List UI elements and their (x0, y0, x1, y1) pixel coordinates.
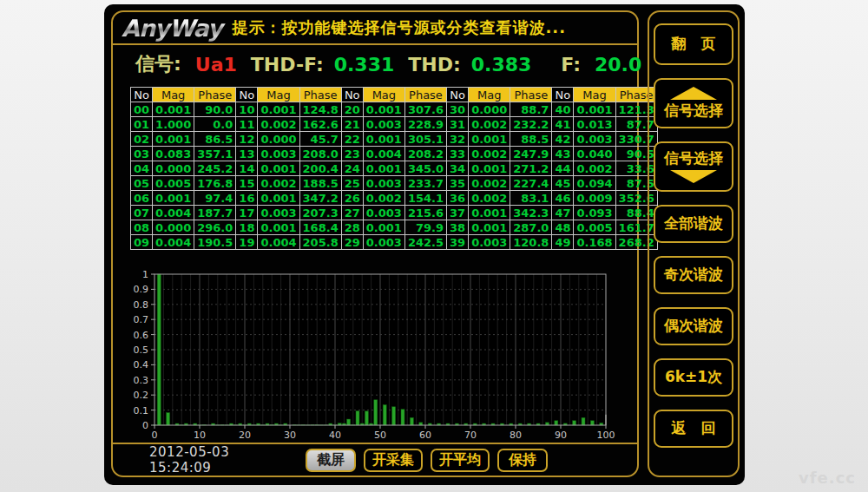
table-cell: 0.001 (258, 161, 299, 176)
freq-label: F: (561, 54, 581, 75)
table-cell: 00 (131, 102, 153, 117)
table-cell: 83.1 (510, 191, 552, 206)
table-cell: 307.6 (404, 102, 446, 117)
table-cell: 347.2 (299, 191, 341, 206)
table-row: 020.00186.5120.00045.7220.001305.1320.00… (131, 132, 658, 147)
odd-harmonics-button[interactable]: 奇次谐波 (654, 256, 733, 294)
side-button-label: 奇次谐波 (664, 266, 723, 284)
signal-select-down-button[interactable]: 信号选择 (654, 141, 733, 192)
table-cell: 19 (236, 235, 258, 250)
table-cell: 02 (131, 132, 153, 147)
table-cell: 0.004 (258, 235, 299, 250)
thdf-value: 0.331 (334, 54, 395, 75)
side-button-label: 信号选择 (664, 150, 723, 167)
table-cell: 0.001 (153, 132, 194, 147)
bottom-button-group: 截屏开采集开平均保持 (306, 449, 548, 472)
table-cell: 0.003 (363, 206, 404, 220)
table-cell: 0.094 (574, 176, 615, 191)
table-cell: 26 (341, 191, 363, 206)
table-cell: 188.5 (299, 176, 341, 191)
screenshot-button[interactable]: 截屏 (306, 449, 356, 472)
table-cell: 32 (447, 132, 469, 147)
table-cell: 342.3 (510, 206, 552, 220)
table-cell: 187.7 (194, 206, 236, 220)
6k-plus-minus-1-button[interactable]: 6k±1次 (654, 358, 733, 397)
hold-button[interactable]: 保持 (497, 449, 548, 472)
table-header-cell: No (131, 88, 153, 102)
table-cell: 242.5 (404, 235, 446, 250)
table-cell: 29 (341, 235, 363, 250)
table-cell: 33 (447, 147, 469, 161)
table-cell: 0.004 (153, 235, 194, 250)
table-cell: 06 (131, 191, 153, 206)
chart-canvas: 010203040506070809010000.10.20.30.40.50.… (132, 267, 632, 443)
table-cell: 0.001 (258, 191, 299, 206)
table-header-cell: No (236, 88, 258, 102)
table-cell: 0.001 (258, 220, 299, 235)
title-bar: AnyWay 提示：按功能键选择信号源或分类查看谐波... (113, 12, 637, 45)
table-cell: 176.8 (194, 176, 236, 191)
table-header-cell: Mag (363, 88, 404, 102)
table-header-cell: No (447, 88, 469, 102)
signal-info-bar: 信号: Ua1 THD-F: 0.331 THD: 0.383 F: 20.0 (135, 50, 630, 78)
signal-select-up-button[interactable]: 信号选择 (654, 78, 733, 128)
table-cell: 0.003 (258, 206, 299, 220)
table-cell: 12 (236, 132, 258, 147)
table-cell: 0.001 (469, 206, 510, 220)
table-cell: 22 (341, 132, 363, 147)
side-button-label: 返 回 (672, 420, 716, 437)
svg-text:0.1: 0.1 (134, 405, 149, 417)
table-cell: 01 (131, 117, 153, 132)
table-cell: 0.002 (469, 117, 510, 132)
table-cell: 0.000 (153, 220, 194, 235)
table-cell: 28 (341, 220, 363, 235)
table-cell: 0.003 (363, 235, 404, 250)
table-cell: 39 (447, 235, 469, 250)
table-cell: 200.4 (299, 161, 341, 176)
table-cell: 0.000 (258, 132, 299, 147)
table-cell: 03 (131, 147, 153, 161)
harmonics-table: NoMagPhaseNoMagPhaseNoMagPhaseNoMagPhase… (130, 87, 658, 250)
table-cell: 168.4 (299, 220, 341, 235)
start-acquisition-button[interactable]: 开采集 (364, 449, 423, 472)
table-cell: 45.7 (299, 132, 341, 147)
svg-text:50: 50 (374, 430, 386, 441)
table-cell: 47 (552, 206, 574, 220)
table-cell: 0.001 (153, 191, 194, 206)
table-cell: 0.093 (574, 206, 615, 220)
table-header-cell: No (552, 88, 574, 102)
table-cell: 10 (236, 102, 258, 117)
table-cell: 0.002 (469, 147, 510, 161)
table-cell: 18 (236, 220, 258, 235)
svg-text:10: 10 (194, 430, 206, 441)
table-cell: 49 (552, 235, 574, 250)
svg-text:30: 30 (284, 430, 296, 441)
table-cell: 27 (341, 206, 363, 220)
svg-text:0.4: 0.4 (134, 359, 149, 371)
table-cell: 46 (552, 191, 574, 206)
table-cell: 0.000 (153, 161, 194, 176)
table-cell: 154.1 (404, 191, 446, 206)
table-cell: 0.001 (469, 132, 510, 147)
svg-text:0: 0 (142, 420, 148, 431)
table-cell: 0.004 (153, 206, 194, 220)
device-screen: AnyWay 提示：按功能键选择信号源或分类查看谐波... 信号: Ua1 TH… (104, 4, 745, 485)
table-cell: 41 (552, 117, 574, 132)
page-turn-button[interactable]: 翻 页 (654, 23, 733, 65)
table-cell: 0.083 (153, 147, 194, 161)
start-averaging-button[interactable]: 开平均 (431, 449, 490, 472)
return-button[interactable]: 返 回 (654, 410, 733, 448)
timestamp: 2012-05-03 15:24:09 (149, 444, 295, 476)
table-cell: 0.003 (574, 132, 615, 147)
all-harmonics-button[interactable]: 全部谐波 (654, 205, 733, 243)
table-header-cell: Mag (153, 88, 194, 102)
even-harmonics-button[interactable]: 偶次谐波 (654, 307, 733, 345)
table-cell: 23 (341, 147, 363, 161)
thd-label: THD: (408, 54, 460, 75)
svg-text:0.5: 0.5 (134, 344, 149, 356)
table-row: 070.004187.7170.003207.3270.003215.6370.… (131, 206, 658, 220)
table-cell: 0.040 (574, 147, 615, 161)
svg-text:40: 40 (329, 430, 341, 441)
side-button-label: 翻 页 (672, 36, 716, 53)
table-cell: 24 (341, 161, 363, 176)
